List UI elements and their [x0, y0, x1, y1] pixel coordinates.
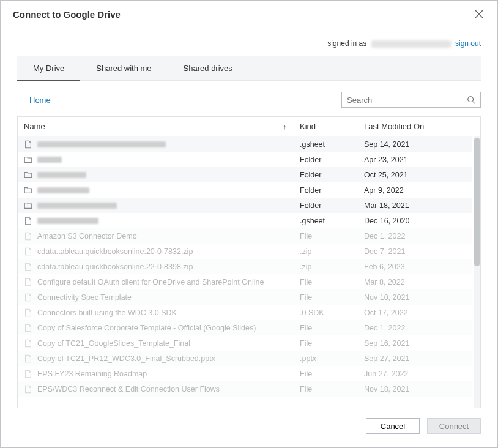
column-header-kind[interactable]: Kind	[297, 117, 362, 136]
cell-kind: .0 SDK	[297, 308, 362, 317]
cell-name	[18, 171, 297, 179]
file-name: Configure default OAuth client for OneDr…	[37, 278, 264, 286]
tab-my-drive[interactable]: My Drive	[17, 56, 80, 80]
file-icon	[24, 293, 32, 302]
cell-modified: Apr 23, 2021	[362, 155, 472, 164]
file-icon	[24, 232, 32, 241]
cell-name	[18, 201, 297, 210]
table-row[interactable]: Copy of TC21_PR12_WDC3.0_Final_Scrubbed.…	[18, 351, 472, 366]
cell-name: Amazon S3 Connector Demo	[18, 232, 297, 241]
file-icon	[24, 339, 32, 348]
table-row[interactable]: Copy of TC21_GoogleSlides_Template_Final…	[18, 335, 472, 351]
table-row[interactable]: Configure default OAuth client for OneDr…	[18, 274, 472, 289]
tab-shared-with-me[interactable]: Shared with me	[80, 56, 167, 80]
cancel-button[interactable]: Cancel	[366, 418, 420, 434]
cell-modified: Apr 9, 2022	[362, 186, 472, 195]
name-redacted	[37, 218, 98, 224]
name-redacted	[37, 141, 166, 147]
breadcrumb-home[interactable]: Home	[17, 95, 51, 105]
cell-kind: Folder	[297, 201, 362, 210]
cell-modified: Nov 18, 2021	[362, 385, 472, 394]
search-input[interactable]	[347, 95, 467, 105]
cell-name: Copy of Salesforce Corporate Template - …	[18, 324, 297, 332]
cell-kind: .pptx	[297, 354, 362, 363]
cell-kind: File	[297, 278, 362, 286]
scrollbar-thumb[interactable]	[474, 138, 480, 266]
column-header-name[interactable]: Name ↑	[18, 117, 297, 136]
svg-point-0	[468, 97, 474, 102]
file-icon	[24, 308, 32, 317]
table-row[interactable]: FolderMar 18, 2021	[18, 198, 472, 213]
table-row[interactable]: Copy of Salesforce Corporate Template - …	[18, 320, 472, 335]
scrollbar-track[interactable]	[474, 136, 480, 408]
cell-modified: Dec 1, 2022	[362, 232, 472, 241]
cell-modified: Sep 16, 2021	[362, 339, 472, 348]
cell-name: Connectivity Spec Template	[18, 293, 297, 302]
search-icon	[467, 95, 475, 104]
table-row[interactable]: FolderOct 25, 2021	[18, 167, 472, 182]
close-button[interactable]	[473, 8, 485, 20]
cell-name: Copy of TC21_GoogleSlides_Template_Final	[18, 339, 297, 348]
cell-kind: Folder	[297, 155, 362, 164]
drive-tabs: My DriveShared with meShared drives	[17, 56, 481, 81]
table-row[interactable]: EPS FY23 Remaining RoadmapFileJun 27, 20…	[18, 366, 472, 381]
file-icon	[24, 278, 32, 286]
table-row[interactable]: Connectors built using the WDC 3.0 SDK.0…	[18, 305, 472, 320]
signed-in-as-label: signed in as	[327, 39, 366, 48]
cell-kind: Folder	[297, 186, 362, 195]
cell-kind: Folder	[297, 171, 362, 179]
table-row[interactable]: .gsheetSep 14, 2021	[18, 136, 472, 152]
table-row[interactable]: .gsheetDec 16, 2020	[18, 213, 472, 228]
file-name: cdata.tableau.quickbooksonline.22-0-8398…	[37, 263, 193, 271]
tab-shared-drives[interactable]: Shared drives	[168, 56, 248, 80]
cell-modified: Oct 17, 2022	[362, 308, 472, 317]
cell-name: EPS/WDC3 Reconnect & Edit Connection Use…	[18, 385, 297, 394]
cell-name: cdata.tableau.quickbooksonline.22-0-8398…	[18, 263, 297, 271]
cell-modified: Dec 1, 2022	[362, 324, 472, 332]
table-header: Name ↑ Kind Last Modified On	[18, 117, 480, 136]
cell-modified: Nov 10, 2021	[362, 293, 472, 302]
signin-status: signed in as sign out	[17, 28, 481, 56]
cell-name	[18, 155, 297, 164]
folder-icon	[24, 155, 32, 164]
file-icon	[24, 354, 32, 363]
file-name: cdata.tableau.quickbooksonline.20-0-7832…	[37, 247, 193, 256]
file-name: Copy of Salesforce Corporate Template - …	[37, 324, 256, 332]
cell-kind: File	[297, 232, 362, 241]
cell-name: cdata.tableau.quickbooksonline.20-0-7832…	[18, 247, 297, 256]
name-redacted	[37, 187, 89, 193]
sort-indicator-icon: ↑	[283, 123, 287, 130]
file-name: EPS FY23 Remaining Roadmap	[37, 370, 147, 378]
cell-modified: Mar 8, 2022	[362, 278, 472, 286]
file-table: Name ↑ Kind Last Modified On .gsheetSep …	[17, 116, 481, 408]
cell-kind: .zip	[297, 263, 362, 271]
file-name: Amazon S3 Connector Demo	[37, 232, 137, 241]
table-row[interactable]: FolderApr 9, 2022	[18, 182, 472, 198]
table-row[interactable]: Amazon S3 Connector DemoFileDec 1, 2022	[18, 228, 472, 244]
table-row[interactable]: cdata.tableau.quickbooksonline.22-0-8398…	[18, 259, 472, 274]
table-row[interactable]: cdata.tableau.quickbooksonline.20-0-7832…	[18, 244, 472, 259]
table-body: .gsheetSep 14, 2021FolderApr 23, 2021Fol…	[18, 136, 480, 408]
file-icon	[24, 247, 32, 256]
nav-row: Home	[17, 81, 481, 116]
folder-icon	[24, 201, 32, 210]
file-name: Connectivity Spec Template	[37, 293, 132, 302]
cell-kind: File	[297, 385, 362, 394]
name-redacted	[37, 157, 62, 163]
table-row[interactable]: Connectivity Spec TemplateFileNov 10, 20…	[18, 289, 472, 305]
cell-modified: Dec 16, 2020	[362, 217, 472, 225]
search-box[interactable]	[341, 92, 481, 108]
cell-name: EPS FY23 Remaining Roadmap	[18, 370, 297, 378]
cell-name	[18, 217, 297, 225]
cell-modified: Jun 27, 2022	[362, 370, 472, 378]
table-row[interactable]: FolderApr 23, 2021	[18, 152, 472, 167]
cell-name: Configure default OAuth client for OneDr…	[18, 278, 297, 286]
table-row[interactable]: EPS/WDC3 Reconnect & Edit Connection Use…	[18, 381, 472, 397]
sign-out-link[interactable]: sign out	[455, 39, 481, 48]
cell-name	[18, 186, 297, 195]
name-redacted	[37, 172, 86, 178]
cell-name	[18, 140, 297, 149]
cell-kind: File	[297, 324, 362, 332]
cell-kind: .gsheet	[297, 140, 362, 149]
column-header-modified[interactable]: Last Modified On	[362, 117, 472, 136]
